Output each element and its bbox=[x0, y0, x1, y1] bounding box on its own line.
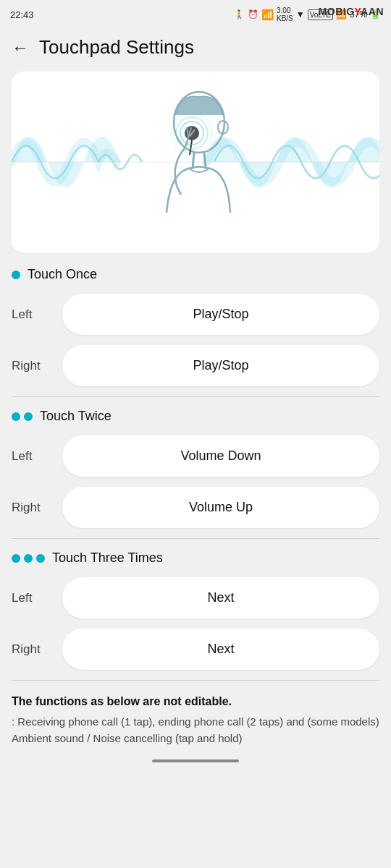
bottom-indicator bbox=[152, 760, 239, 762]
wifi-icon: ▼ bbox=[296, 9, 305, 20]
touch-three-left-button[interactable]: Next bbox=[62, 577, 379, 618]
dot-2b bbox=[24, 412, 33, 421]
section-title-touch-twice: Touch Twice bbox=[40, 409, 112, 424]
touch-twice-right-row: Right Volume Up bbox=[12, 487, 379, 528]
section-header-touch-once: Touch Once bbox=[12, 267, 379, 282]
bluetooth-icon: 📶 bbox=[261, 9, 274, 20]
dot-3b bbox=[24, 554, 33, 563]
touch-three-left-row: Left Next bbox=[12, 577, 379, 618]
section-title-touch-three: Touch Three Times bbox=[52, 550, 163, 566]
section-title-touch-once: Touch Once bbox=[28, 267, 97, 282]
section-touch-twice: Touch Twice Left Volume Down Right Volum… bbox=[0, 409, 391, 528]
touch-once-left-button[interactable]: Play/Stop bbox=[62, 294, 379, 335]
dots-touch-twice bbox=[12, 412, 33, 421]
time-display: 22:43 bbox=[10, 9, 34, 20]
section-header-touch-twice: Touch Twice bbox=[12, 409, 379, 424]
svg-line-5 bbox=[190, 140, 192, 155]
bottom-bar bbox=[0, 754, 391, 771]
touch-three-left-label: Left bbox=[12, 591, 62, 605]
touch-twice-left-label: Left bbox=[12, 449, 62, 464]
touch-twice-left-row: Left Volume Down bbox=[12, 435, 379, 477]
touch-twice-right-button[interactable]: Volume Up bbox=[62, 487, 379, 528]
hero-image bbox=[12, 72, 379, 252]
back-button[interactable]: ← bbox=[12, 38, 29, 58]
data-speed: 3.00KB/S bbox=[277, 7, 293, 22]
touch-three-right-row: Right Next bbox=[12, 629, 379, 670]
section-touch-three: Touch Three Times Left Next Right Next bbox=[0, 550, 391, 670]
touch-three-right-button[interactable]: Next bbox=[62, 629, 379, 670]
person-illustration bbox=[123, 82, 268, 242]
svg-line-10 bbox=[204, 153, 206, 168]
alarm-icon: ⏰ bbox=[248, 9, 258, 20]
touch-three-right-label: Right bbox=[12, 642, 62, 657]
dots-touch-once bbox=[12, 271, 20, 279]
footer-body: : Receiving phone call (1 tap), ending p… bbox=[12, 714, 379, 746]
touch-twice-left-button[interactable]: Volume Down bbox=[62, 435, 379, 477]
touch-once-left-label: Left bbox=[12, 307, 62, 322]
touch-once-left-row: Left Play/Stop bbox=[12, 294, 379, 335]
section-header-touch-three: Touch Three Times bbox=[12, 550, 379, 566]
divider-2 bbox=[12, 538, 379, 539]
dot-2a bbox=[12, 412, 20, 421]
footer-note: The functions as below are not editable.… bbox=[0, 681, 391, 754]
page-title: Touchpad Settings bbox=[39, 36, 194, 59]
touch-once-right-button[interactable]: Play/Stop bbox=[62, 345, 379, 386]
divider-1 bbox=[12, 396, 379, 397]
dot-3c bbox=[36, 554, 45, 563]
svg-line-9 bbox=[193, 153, 194, 168]
dot-1 bbox=[12, 271, 20, 279]
touch-once-right-label: Right bbox=[12, 359, 62, 373]
dot-3a bbox=[12, 554, 20, 563]
page-header: ← Touchpad Settings bbox=[0, 29, 391, 72]
touch-once-right-row: Right Play/Stop bbox=[12, 345, 379, 386]
person-icon: 🚶 bbox=[234, 9, 245, 20]
dots-touch-three bbox=[12, 554, 45, 563]
watermark: MOBIGYAAN bbox=[319, 6, 384, 17]
touch-twice-right-label: Right bbox=[12, 501, 62, 515]
footer-title: The functions as below are not editable. bbox=[12, 695, 379, 708]
section-touch-once: Touch Once Left Play/Stop Right Play/Sto… bbox=[0, 267, 391, 386]
